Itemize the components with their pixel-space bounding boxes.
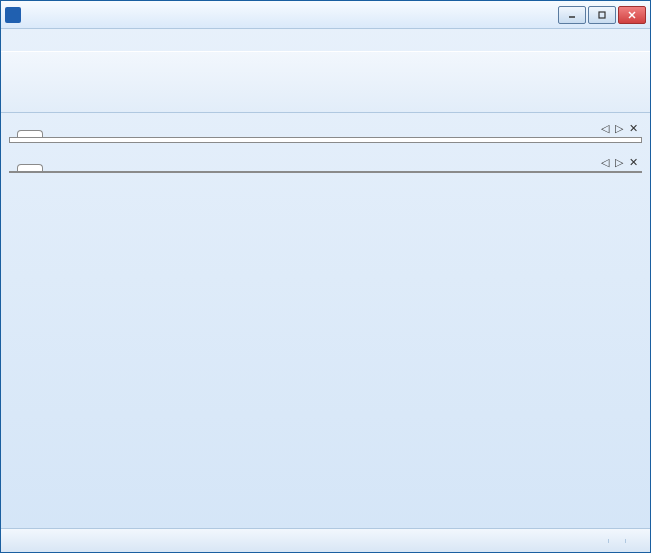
close-pane-icon[interactable]: ✕ <box>629 122 638 135</box>
status-requests <box>608 539 625 543</box>
next-icon[interactable]: ▷ <box>615 122 623 135</box>
next-icon[interactable]: ▷ <box>615 156 623 169</box>
app-window: ◁ ▷ ✕ ◁ ▷ ✕ <box>0 0 651 553</box>
status-cache <box>625 539 642 543</box>
pane-controls: ◁ ▷ ✕ <box>601 122 642 137</box>
prev-icon[interactable]: ◁ <box>601 156 609 169</box>
status-uptime <box>9 539 25 543</box>
active-log-body[interactable] <box>9 137 642 143</box>
titlebar[interactable] <box>1 1 650 29</box>
performance-graph-body <box>9 171 642 173</box>
active-log-pane: ◁ ▷ ✕ <box>9 115 642 143</box>
toolbar <box>1 51 650 113</box>
graph-header: ◁ ▷ ✕ <box>9 149 642 171</box>
tab-active-log[interactable] <box>17 130 43 137</box>
minimize-button[interactable] <box>558 6 586 24</box>
window-controls <box>558 6 646 24</box>
app-icon <box>5 7 21 23</box>
maximize-button[interactable] <box>588 6 616 24</box>
prev-icon[interactable]: ◁ <box>601 122 609 135</box>
pane-controls: ◁ ▷ ✕ <box>601 156 642 171</box>
svg-rect-1 <box>599 12 605 18</box>
graph-line <box>10 172 310 173</box>
close-button[interactable] <box>618 6 646 24</box>
menubar <box>1 29 650 51</box>
tab-performance-graph[interactable] <box>17 164 43 171</box>
statusbar <box>1 528 650 552</box>
active-log-header: ◁ ▷ ✕ <box>9 115 642 137</box>
close-pane-icon[interactable]: ✕ <box>629 156 638 169</box>
performance-graph-pane: ◁ ▷ ✕ <box>9 149 642 173</box>
